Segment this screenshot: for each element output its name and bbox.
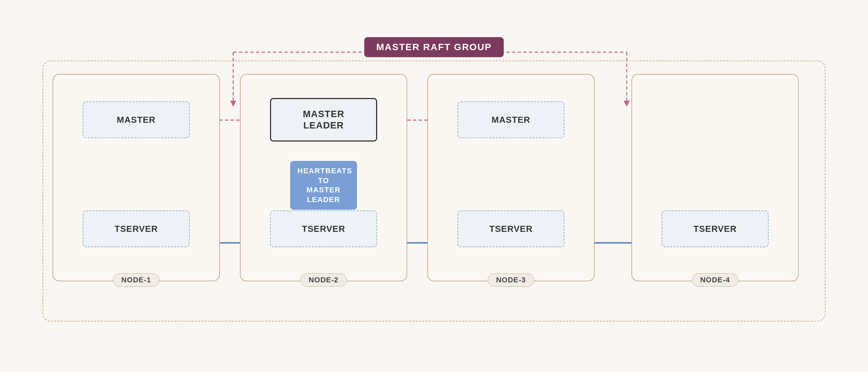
node-3: MASTER TSERVER NODE-3 bbox=[427, 74, 595, 281]
node-1: MASTER TSERVER NODE-1 bbox=[53, 74, 220, 281]
heartbeats-label: HEARTBEATS TOMASTER LEADER bbox=[298, 166, 352, 204]
node3-tserver-label: TSERVER bbox=[489, 224, 532, 234]
node1-master-box: MASTER bbox=[83, 101, 190, 138]
node2-tserver-box: TSERVER bbox=[270, 210, 377, 247]
master-raft-group-label: MASTER RAFT GROUP bbox=[364, 37, 504, 57]
node1-master-label: MASTER bbox=[117, 115, 156, 125]
node-4: TSERVER NODE-4 bbox=[631, 74, 799, 281]
node2-master-leader-box: MASTERLEADER bbox=[270, 98, 377, 142]
node3-master-label: MASTER bbox=[492, 115, 530, 125]
node-2: MASTERLEADER HEARTBEATS TOMASTER LEADER … bbox=[240, 74, 407, 281]
node2-master-leader-label: MASTERLEADER bbox=[303, 108, 344, 131]
heartbeats-label-box: HEARTBEATS TOMASTER LEADER bbox=[290, 161, 357, 210]
diagram-container: MASTER RAFT GROUP bbox=[32, 27, 836, 345]
node3-master-box: MASTER bbox=[458, 101, 564, 138]
node3-label: NODE-3 bbox=[488, 273, 534, 287]
node1-label: NODE-1 bbox=[113, 273, 159, 287]
node4-label: NODE-4 bbox=[692, 273, 738, 287]
node1-tserver-box: TSERVER bbox=[83, 210, 190, 247]
node1-tserver-label: TSERVER bbox=[115, 224, 158, 234]
node2-tserver-label: TSERVER bbox=[302, 224, 345, 234]
node2-label: NODE-2 bbox=[300, 273, 347, 287]
node4-tserver-box: TSERVER bbox=[661, 210, 769, 247]
node3-tserver-box: TSERVER bbox=[458, 210, 564, 247]
node4-tserver-label: TSERVER bbox=[693, 224, 737, 234]
